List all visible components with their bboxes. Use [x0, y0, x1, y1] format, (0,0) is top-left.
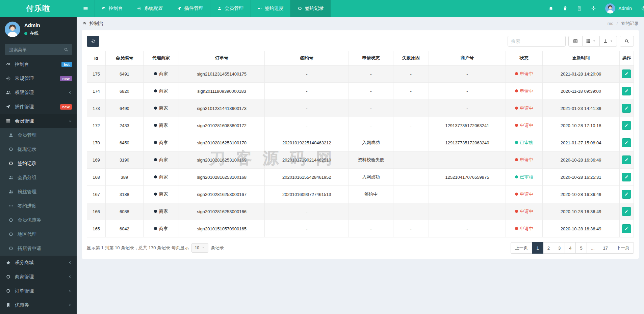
topnav-tab[interactable]: 会员管理 [210, 0, 250, 17]
breadcrumb-parent[interactable]: mc [608, 21, 613, 26]
sidebar-item[interactable]: 控制台hot [0, 57, 77, 72]
edit-button[interactable] [622, 69, 631, 78]
search-button[interactable] [620, 36, 634, 47]
app-logo[interactable]: 付乐啦 [0, 0, 77, 17]
breadcrumb-left[interactable]: 控制台 [82, 21, 104, 27]
file-icon[interactable] [577, 6, 582, 11]
page-size-dropdown[interactable]: 10 [191, 243, 208, 253]
sidebar-item[interactable]: 积分商城 [0, 256, 77, 270]
cell-order-no: sign20102816083800172 [179, 117, 264, 134]
page-ellipsis[interactable]: ... [587, 242, 599, 254]
topnav-tab[interactable]: 签约记录 [290, 0, 331, 17]
cell-id: 175 [87, 65, 106, 83]
cell-member-no: 6820 [106, 83, 144, 100]
search-icon[interactable] [64, 47, 69, 52]
sidebar-subitem[interactable]: 签约进度 [0, 199, 77, 213]
topnav-tab-label: 控制台 [109, 5, 123, 11]
sidebar-search-input[interactable] [5, 44, 72, 55]
cell-actions [619, 100, 634, 117]
edit-button[interactable] [622, 224, 631, 233]
topnav-tab[interactable]: 签约进度 [250, 0, 290, 17]
sidebar-item[interactable]: 商家管理 [0, 270, 77, 284]
chevron-left-icon [68, 261, 72, 265]
cell-member-no: 2433 [106, 117, 144, 134]
edit-button[interactable] [622, 104, 631, 113]
cell-merchant-no: - [429, 100, 506, 117]
cell-id: 165 [87, 220, 106, 237]
agent-dot-icon [154, 107, 157, 110]
home-icon[interactable] [548, 6, 553, 11]
cell-fail-reason [393, 186, 429, 203]
page-button[interactable]: 2 [543, 242, 554, 254]
sidebar-subitem[interactable]: 签约记录 [0, 156, 77, 171]
table-row: 1706450商家sign201028162531001702020101922… [87, 134, 634, 151]
breadcrumb-left-label: 控制台 [89, 21, 104, 27]
sidebar-item[interactable]: 插件管理new [0, 100, 77, 114]
cell-merchant-no [429, 151, 506, 169]
next-page-button[interactable]: 下一页 [612, 242, 634, 254]
cell-id: 169 [87, 151, 106, 169]
trash-icon[interactable] [563, 6, 568, 11]
edit-button[interactable] [622, 155, 631, 164]
topnav-tab[interactable]: 控制台 [94, 0, 130, 17]
edit-button[interactable] [622, 207, 631, 216]
sidebar-item[interactable]: 订单管理 [0, 284, 77, 298]
sidebar-item-label: 权限管理 [15, 90, 34, 96]
cell-status: 申请中 [506, 220, 542, 237]
edit-button[interactable] [622, 121, 631, 130]
cell-apply-status: - [349, 220, 393, 237]
cell-fail-reason: - [393, 117, 429, 134]
ellipsis-icon [257, 6, 262, 11]
hamburger-icon[interactable] [77, 0, 94, 17]
sidebar-item[interactable]: 优惠券 [0, 298, 77, 312]
cell-actions [619, 117, 634, 134]
gear-icon[interactable] [641, 6, 644, 11]
detail-list-view-button[interactable] [568, 36, 583, 47]
sidebar-subitem-label: 地区代理 [18, 231, 36, 237]
sidebar-item[interactable]: 会员管理 [0, 114, 77, 128]
sidebar-subitem[interactable]: 会员分组 [0, 171, 77, 185]
circle-o-icon [298, 6, 302, 11]
user-menu[interactable]: Admin [605, 3, 632, 13]
cell-merchant-no: - [429, 83, 506, 100]
sidebar-subitem[interactable]: 会员优惠券 [0, 213, 77, 227]
page-button[interactable]: 17 [599, 242, 612, 254]
sidebar: 付乐啦 Admin 在线 控制台hot常规管理new权限管理插件管理new会员管… [0, 0, 77, 314]
export-view-button[interactable] [600, 36, 617, 47]
edit-button[interactable] [622, 190, 631, 199]
sidebar-item[interactable]: 常规管理new [0, 72, 77, 86]
cell-id: 174 [87, 83, 106, 100]
cell-status: 申请中 [506, 65, 542, 83]
cell-agent: 商家 [143, 151, 179, 169]
sidebar-subitem[interactable]: 粉丝管理 [0, 185, 77, 199]
page-button[interactable]: 4 [565, 242, 576, 254]
page-button[interactable]: 3 [554, 242, 565, 254]
topnav-tab[interactable]: 插件管理 [170, 0, 210, 17]
cell-sign-no: 20201016093727461513 [265, 186, 349, 203]
page-button[interactable]: 1 [532, 242, 543, 254]
sidebar-subitem[interactable]: 会员管理 [0, 128, 77, 142]
table-row: 1756491商家sign21012314551400175----申请中202… [87, 65, 634, 83]
cell-id: 173 [87, 100, 106, 117]
edit-button[interactable] [622, 138, 631, 147]
prev-page-button[interactable]: 上一页 [511, 242, 533, 254]
topnav-tab[interactable]: 系统配置 [130, 0, 170, 17]
status-badge: 申请中 [515, 157, 533, 162]
cell-merchant-no: 129137735172063240 [429, 134, 506, 151]
sidebar-item-label: 商家管理 [15, 274, 34, 280]
edit-button[interactable] [622, 173, 631, 181]
chevron-left-icon [68, 91, 72, 95]
refresh-button[interactable] [87, 36, 99, 47]
sidebar-subitem[interactable]: 拓店者申请 [0, 241, 77, 256]
expand-icon[interactable] [591, 6, 596, 11]
edit-button[interactable] [622, 87, 631, 95]
sidebar-subitem[interactable]: 提现记录 [0, 142, 77, 156]
status-dot-icon [515, 89, 518, 92]
grid-view-button[interactable] [583, 36, 600, 47]
sidebar-subitem[interactable]: 地区代理 [0, 227, 77, 241]
sidebar-item[interactable]: 权限管理 [0, 86, 77, 100]
page-button[interactable]: 5 [575, 242, 587, 254]
table-search-input[interactable] [508, 36, 566, 47]
pagination-pages: 上一页12345...17下一页 [511, 242, 634, 254]
avatar[interactable] [5, 22, 20, 37]
